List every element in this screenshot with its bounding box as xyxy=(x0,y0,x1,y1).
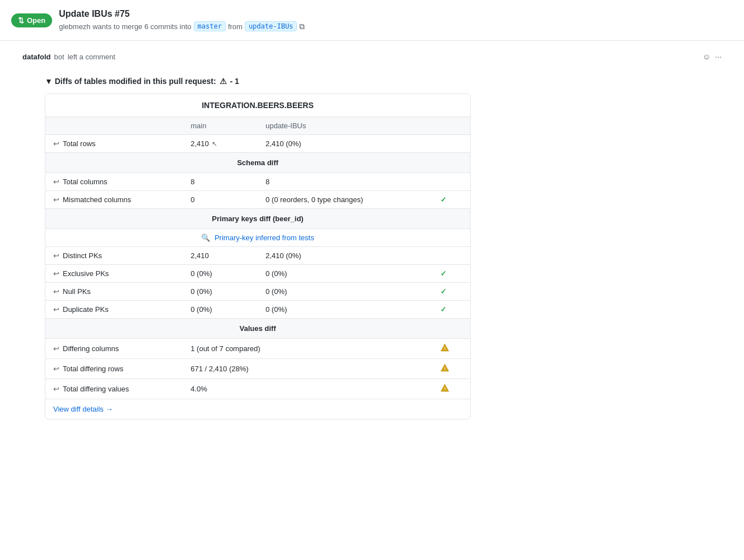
mismatched-columns-label: ↩ Mismatched columns xyxy=(45,191,183,209)
exclusive-pks-main: 0 (0%) xyxy=(183,265,258,283)
null-pks-main: 0 (0%) xyxy=(183,283,258,301)
distinct-pks-label: ↩ Distinct PKs xyxy=(45,247,183,265)
mismatched-columns-main: 0 xyxy=(183,191,258,209)
mismatched-columns-row: ↩ Mismatched columns 0 0 (0 reorders, 0 … xyxy=(45,191,470,209)
pk-header-suffix: (beer_id) xyxy=(273,214,304,223)
pk-inferred-row: 🔍 Primary-key inferred from tests xyxy=(45,229,470,247)
total-differing-rows-status: ! xyxy=(433,359,470,379)
cursor-arrow: ↖ xyxy=(212,140,217,148)
pr-title-block: Update IBUs #75 glebmezh wants to merge … xyxy=(59,9,305,31)
total-differing-values-icon: ↩ xyxy=(53,385,59,393)
total-differing-values-status: ! xyxy=(433,379,470,399)
page-wrapper: ⇅ Open Update IBUs #75 glebmezh wants to… xyxy=(0,0,744,560)
duplicate-pks-icon: ↩ xyxy=(53,305,59,314)
total-rows-icon: ↩ xyxy=(53,139,59,148)
differing-columns-status: ! xyxy=(433,339,470,359)
copy-icon[interactable]: ⧉ xyxy=(299,22,305,31)
pk-diff-header-row: Primary keys diff (beer_id) xyxy=(45,209,470,229)
diffs-section: ▼ Diffs of tables modified in this pull … xyxy=(22,68,722,428)
pk-diff-header: Primary keys diff (beer_id) xyxy=(45,209,470,229)
exclusive-pks-icon: ↩ xyxy=(53,269,59,278)
comment-section: datafold bot left a comment ☺ ··· ▼ Diff… xyxy=(0,41,744,440)
total-columns-label: ↩ Total columns xyxy=(45,173,183,191)
table-title-row: INTEGRATION.BEERS.BEERS xyxy=(45,94,470,117)
null-pks-row: ↩ Null PKs 0 (0%) 0 (0%) ✓ xyxy=(45,283,470,301)
comment-author-type: bot xyxy=(54,53,64,61)
comment-actions: ☺ ··· xyxy=(703,52,722,61)
table-title: INTEGRATION.BEERS.BEERS xyxy=(45,94,470,117)
total-columns-row: ↩ Total columns 8 8 xyxy=(45,173,470,191)
branch-from[interactable]: update-IBUs xyxy=(245,21,297,31)
more-options-icon[interactable]: ··· xyxy=(715,52,722,61)
null-pks-icon: ↩ xyxy=(53,287,59,296)
duplicate-pks-main: 0 (0%) xyxy=(183,301,258,319)
diffs-warning-icon: ⚠ xyxy=(220,77,227,86)
mismatched-columns-status: ✓ xyxy=(433,191,470,209)
col-header-2: main xyxy=(183,117,258,135)
pk-inferred-text: 🔍 Primary-key inferred from tests xyxy=(45,229,470,247)
total-columns-status xyxy=(433,173,470,191)
schema-diff-header-row: Schema diff xyxy=(45,153,470,173)
pr-header: ⇅ Open Update IBUs #75 glebmezh wants to… xyxy=(0,0,744,41)
null-pks-status: ✓ xyxy=(433,283,470,301)
null-pks-branch: 0 (0%) xyxy=(258,283,433,301)
differing-columns-value: 1 (out of 7 compared) xyxy=(183,339,433,359)
total-columns-icon: ↩ xyxy=(53,178,59,186)
diffs-count: - 1 xyxy=(230,77,239,86)
view-diff-link-row: View diff details → xyxy=(45,399,470,419)
duplicate-pks-branch: 0 (0%) xyxy=(258,301,433,319)
differing-columns-label: ↩ Differing columns xyxy=(45,339,183,359)
pr-subtitle-prefix: glebmezh wants to merge 6 commits into xyxy=(59,22,191,31)
emoji-icon[interactable]: ☺ xyxy=(703,52,710,61)
diff-table: INTEGRATION.BEERS.BEERS main update-IBUs xyxy=(45,94,470,419)
total-differing-values-value: 4.0% xyxy=(183,379,433,399)
exclusive-pks-label: ↩ Exclusive PKs xyxy=(45,265,183,283)
distinct-pks-main: 2,410 xyxy=(183,247,258,265)
branch-target[interactable]: master xyxy=(194,21,226,31)
mismatched-columns-branch: 0 (0 reorders, 0 type changes) xyxy=(258,191,433,209)
comment-header: datafold bot left a comment ☺ ··· xyxy=(22,52,722,61)
merge-icon: ⇅ xyxy=(18,16,24,25)
col-header-1 xyxy=(45,117,183,135)
exclusive-pks-row: ↩ Exclusive PKs 0 (0%) 0 (0%) ✓ xyxy=(45,265,470,283)
table-header-row: main update-IBUs xyxy=(45,117,470,135)
diff-table-container: INTEGRATION.BEERS.BEERS main update-IBUs xyxy=(45,94,471,419)
comment-author-name: datafold xyxy=(22,53,51,61)
exclusive-pks-branch: 0 (0%) xyxy=(258,265,433,283)
values-diff-header-row: Values diff xyxy=(45,319,470,339)
total-columns-main: 8 xyxy=(183,173,258,191)
total-rows-row: ↩ Total rows 2,410 ↖ 2,410 (0%) xyxy=(45,135,470,153)
values-diff-header: Values diff xyxy=(45,319,470,339)
comment-action: left a comment xyxy=(68,53,115,61)
view-diff-link[interactable]: View diff details → xyxy=(45,399,120,419)
distinct-pks-row: ↩ Distinct PKs 2,410 2,410 (0%) xyxy=(45,247,470,265)
null-pks-label: ↩ Null PKs xyxy=(45,283,183,301)
total-differing-rows-label: ↩ Total differing rows xyxy=(45,359,183,379)
differing-columns-icon: ↩ xyxy=(53,344,59,353)
pr-badge-label: Open xyxy=(27,16,45,25)
total-rows-main: 2,410 ↖ xyxy=(183,135,258,153)
exclusive-pks-status: ✓ xyxy=(433,265,470,283)
total-rows-branch: 2,410 (0%) xyxy=(258,135,433,153)
view-diff-link-cell: View diff details → xyxy=(45,399,470,419)
magnify-icon: 🔍 xyxy=(201,234,210,242)
total-differing-rows-row: ↩ Total differing rows 671 / 2,410 (28%)… xyxy=(45,359,470,379)
total-differing-values-label: ↩ Total differing values xyxy=(45,379,183,399)
duplicate-pks-status: ✓ xyxy=(433,301,470,319)
total-differing-rows-value: 671 / 2,410 (28%) xyxy=(183,359,433,379)
distinct-pks-branch: 2,410 (0%) xyxy=(258,247,433,265)
total-columns-branch: 8 xyxy=(258,173,433,191)
duplicate-pks-label: ↩ Duplicate PKs xyxy=(45,301,183,319)
differing-columns-row: ↩ Differing columns 1 (out of 7 compared… xyxy=(45,339,470,359)
col-header-3: update-IBUs xyxy=(258,117,433,135)
mismatched-columns-icon: ↩ xyxy=(53,195,59,204)
pr-subtitle: glebmezh wants to merge 6 commits into m… xyxy=(59,21,305,31)
pr-open-badge: ⇅ Open xyxy=(11,13,52,27)
total-differing-rows-icon: ↩ xyxy=(53,365,59,373)
diffs-header-text: ▼ Diffs of tables modified in this pull … xyxy=(45,77,216,86)
total-differing-values-row: ↩ Total differing values 4.0% ! xyxy=(45,379,470,399)
duplicate-pks-row: ↩ Duplicate PKs 0 (0%) 0 (0%) ✓ xyxy=(45,301,470,319)
distinct-pks-icon: ↩ xyxy=(53,251,59,260)
total-rows-label: ↩ Total rows xyxy=(45,135,183,153)
col-header-4 xyxy=(433,117,470,135)
